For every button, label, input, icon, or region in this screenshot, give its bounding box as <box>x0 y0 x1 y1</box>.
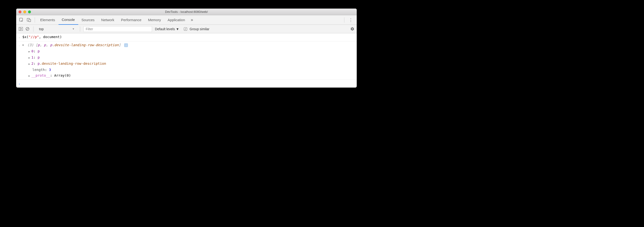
disclosure-triangle-icon[interactable]: ▶ <box>28 55 32 61</box>
svg-line-6 <box>26 28 28 30</box>
disclosure-triangle-icon[interactable]: ▶ <box>28 73 32 79</box>
console-prompt-row[interactable]: › <box>16 80 357 88</box>
minimize-window-button[interactable] <box>23 11 26 13</box>
array-entry[interactable]: ▶1: p <box>22 55 354 61</box>
separator <box>35 17 35 23</box>
console-command: $x("//p", document) <box>22 34 357 41</box>
array-index: 0 <box>32 49 34 53</box>
group-similar-label: Group similar <box>190 27 209 31</box>
levels-label: Default levels <box>155 27 175 31</box>
console-result: ▼ (3) [p, p, p.devsite-landing-row-descr… <box>22 42 357 79</box>
array-index: 1 <box>32 56 34 59</box>
settings-menu-icon[interactable]: ⋮ <box>346 17 355 23</box>
svg-rect-0 <box>20 18 22 21</box>
tab-application[interactable]: Application <box>164 15 188 25</box>
element-tag: p <box>38 56 40 59</box>
tab-memory[interactable]: Memory <box>145 15 164 25</box>
element-tag: p <box>38 49 40 53</box>
console-toolbar: top ▼ Filter Default levels ▼ ✓ Group si… <box>16 25 357 33</box>
separator <box>33 27 34 32</box>
svg-rect-3 <box>19 27 22 31</box>
dropdown-caret-icon: ▼ <box>72 28 74 30</box>
titlebar: DevTools - localhost:8080/web/ <box>16 9 357 15</box>
array-proto[interactable]: ▶__proto__: Array(0) <box>22 73 354 79</box>
property-value: 3 <box>49 68 51 72</box>
element-tag: p <box>38 62 40 65</box>
separator <box>344 17 344 23</box>
input-marker-icon: › <box>16 34 22 41</box>
array-entry[interactable]: ▶2: p.devsite-landing-row-description <box>22 61 354 67</box>
tab-elements[interactable]: Elements <box>37 15 58 25</box>
preview-tag: p <box>50 43 52 47</box>
property-name: length <box>32 68 45 72</box>
preview-tag: p <box>38 43 40 47</box>
close-window-button[interactable] <box>18 11 22 13</box>
tab-strip: Elements Console Sources Network Perform… <box>16 15 357 25</box>
window-controls <box>16 11 31 13</box>
disclosure-triangle-open-icon[interactable]: ▼ <box>22 42 25 48</box>
svg-rect-2 <box>29 19 31 22</box>
filter-input[interactable]: Filter <box>84 26 152 32</box>
filter-placeholder: Filter <box>86 27 93 31</box>
console-settings-icon[interactable] <box>350 27 355 32</box>
output-marker-icon: ‹ <box>16 42 22 79</box>
console-output: › $x("//p", document) ‹ ▼ (3) [p, p, p.d… <box>16 33 357 88</box>
clear-console-icon[interactable] <box>25 27 30 32</box>
array-summary[interactable]: ▼ (3) [p, p, p.devsite-landing-row-descr… <box>22 42 354 48</box>
preview-class: .devsite-landing-row-description <box>52 43 119 47</box>
context-label: top <box>39 27 44 31</box>
array-length: length: 3 <box>22 67 354 73</box>
group-similar-checkbox[interactable]: ✓ <box>184 27 187 31</box>
dropdown-caret-icon: ▼ <box>176 27 179 31</box>
zoom-window-button[interactable] <box>28 11 31 13</box>
context-selector[interactable]: top ▼ <box>37 27 76 32</box>
info-badge-icon[interactable]: i <box>124 43 128 47</box>
tab-sources[interactable]: Sources <box>78 15 98 25</box>
log-levels-selector[interactable]: Default levels ▼ <box>154 27 180 31</box>
toggle-sidebar-icon[interactable] <box>18 27 23 32</box>
inspect-element-icon[interactable] <box>18 17 25 23</box>
prompt-marker-icon: › <box>16 80 22 87</box>
console-prompt-input[interactable] <box>22 80 357 87</box>
array-index: 2 <box>32 62 34 65</box>
array-entry[interactable]: ▶0: p <box>22 48 354 55</box>
devtools-window: DevTools - localhost:8080/web/ Elements … <box>16 9 357 88</box>
tabs-overflow[interactable]: » <box>189 17 194 22</box>
element-class: .devsite-landing-row-description <box>40 62 106 65</box>
window-title: DevTools - localhost:8080/web/ <box>16 10 357 14</box>
array-count: (3) <box>27 43 34 47</box>
tab-performance[interactable]: Performance <box>118 15 145 25</box>
tab-network[interactable]: Network <box>98 15 118 25</box>
property-value: Array(0) <box>54 74 71 77</box>
device-toolbar-icon[interactable] <box>26 17 32 23</box>
property-name: __proto__ <box>32 74 50 77</box>
disclosure-triangle-icon[interactable]: ▶ <box>28 61 32 67</box>
console-result-row: ‹ ▼ (3) [p, p, p.devsite-landing-row-des… <box>16 41 357 80</box>
disclosure-triangle-icon[interactable]: ▶ <box>28 49 32 55</box>
separator <box>80 27 80 32</box>
tab-console[interactable]: Console <box>58 15 78 25</box>
console-input-row: › $x("//p", document) <box>16 33 357 41</box>
